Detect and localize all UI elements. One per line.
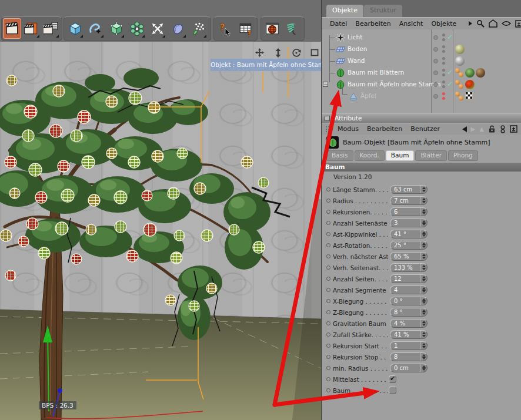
layer-dot[interactable] xyxy=(433,35,438,40)
zufall-staerke-field[interactable]: 41 % xyxy=(390,330,428,339)
z-axis-arrow[interactable] xyxy=(58,388,62,393)
spinner[interactable] xyxy=(420,320,427,327)
add-spline-button[interactable] xyxy=(86,18,105,39)
spinner[interactable] xyxy=(420,275,427,283)
visibility-dots[interactable] xyxy=(442,33,446,42)
enabled-check[interactable]: ✓ xyxy=(447,68,453,76)
section-header-baum[interactable]: Baum xyxy=(322,163,521,172)
min-radius-field[interactable]: 0 cm xyxy=(390,364,428,372)
spinner[interactable] xyxy=(420,253,427,260)
baum-checkbox[interactable] xyxy=(389,387,396,394)
material-sphere-apple[interactable] xyxy=(465,80,475,89)
laenge-stamm-field[interactable]: 63 cm xyxy=(390,185,428,194)
content-browser-button[interactable]: ? xyxy=(236,18,255,39)
menu-modus[interactable]: Modus xyxy=(338,125,359,133)
tab-basis[interactable]: Basis xyxy=(326,150,353,161)
tab-struktur[interactable]: Struktur xyxy=(364,5,402,17)
maximize-icon[interactable] xyxy=(309,48,319,58)
material-sphere-bark[interactable] xyxy=(476,68,485,78)
menu-datei[interactable]: Datei xyxy=(330,20,347,28)
verh-seitenast-field[interactable]: 133 % xyxy=(390,263,428,272)
phong-tag[interactable] xyxy=(455,80,464,89)
visibility-dots-off[interactable] xyxy=(442,92,446,100)
enabled-check[interactable]: ✓ xyxy=(447,80,453,88)
rekursion-start-field[interactable]: 1 xyxy=(390,341,428,350)
anzahl-seiten-field[interactable]: 12 xyxy=(390,274,428,283)
add-bone-deformer-button[interactable] xyxy=(169,18,187,39)
online-globe-button[interactable] xyxy=(263,18,281,39)
hair-module-button[interactable] xyxy=(283,18,302,39)
viewport-3d[interactable]: Objekt : Baum mit Äpfeln ohne Stamm BPS … xyxy=(0,42,321,420)
object-row-baum-mit-aepfeln[interactable]: − Baum mit Äpfeln ohne Stamm ✓ xyxy=(322,79,521,90)
visibility-dots[interactable] xyxy=(442,57,446,65)
object-row-boden[interactable]: Boden xyxy=(322,43,521,55)
enabled-check[interactable]: ✓ xyxy=(447,33,453,41)
add-icon[interactable] xyxy=(510,125,517,133)
anzahl-segmente-field[interactable]: 4 xyxy=(390,285,428,294)
spinner[interactable] xyxy=(420,197,427,204)
object-name[interactable]: Baum mit Blättern xyxy=(348,69,405,76)
visibility-dots[interactable] xyxy=(442,69,446,77)
checker-tag[interactable] xyxy=(465,92,473,101)
zoom-icon[interactable] xyxy=(273,48,283,58)
eye-icon[interactable] xyxy=(502,21,511,26)
verh-naechster-ast-field[interactable]: 65 % xyxy=(390,252,428,261)
context-help-button[interactable]: ? xyxy=(216,18,234,39)
object-row-wand[interactable]: Wand xyxy=(322,55,521,67)
ast-kippwinkel-field[interactable]: 41 ° xyxy=(390,230,428,238)
history-icon[interactable] xyxy=(500,125,506,133)
add-nurbs-button[interactable] xyxy=(107,18,125,39)
object-row-aepfel[interactable]: Äpfel xyxy=(322,90,521,102)
object-name[interactable]: Baum mit Äpfeln ohne Stamm xyxy=(348,80,441,88)
material-sphere-gray[interactable] xyxy=(455,56,465,66)
collapse-expander[interactable]: − xyxy=(323,82,328,87)
object-row-baum-mit-blaettern[interactable]: Baum mit Blättern ✓ xyxy=(322,67,521,79)
rekursion-stop-field[interactable]: 8 xyxy=(390,352,428,361)
object-row-licht[interactable]: Licht ✓ xyxy=(322,32,521,43)
add-primitive-cube-button[interactable] xyxy=(66,18,84,39)
spinner[interactable] xyxy=(420,331,427,338)
spinner[interactable] xyxy=(420,186,427,193)
tab-blaetter[interactable]: Blätter xyxy=(415,150,447,161)
spinner[interactable] xyxy=(420,264,427,271)
spinner[interactable] xyxy=(420,353,427,361)
spinner[interactable] xyxy=(420,364,427,372)
spinner[interactable] xyxy=(420,286,427,294)
home-icon[interactable] xyxy=(489,19,497,28)
render-settings-button[interactable] xyxy=(42,18,60,39)
lock-icon[interactable] xyxy=(488,125,496,133)
panel-gadget-icon[interactable] xyxy=(325,116,330,121)
layer-dot[interactable] xyxy=(433,94,438,99)
forward-arrow-icon[interactable]: ▶ xyxy=(471,126,476,132)
spinner[interactable] xyxy=(420,241,427,249)
layer-dot[interactable] xyxy=(433,70,438,75)
pan-icon[interactable] xyxy=(255,48,265,58)
spinner[interactable] xyxy=(420,219,427,227)
spinner[interactable] xyxy=(420,208,427,216)
add-deformer-arrows-button[interactable] xyxy=(148,18,166,39)
object-name[interactable]: Äpfel xyxy=(360,92,376,99)
phong-tag[interactable] xyxy=(455,92,464,101)
anzahl-seitenaeste-field[interactable]: 3 xyxy=(390,219,428,227)
object-name[interactable]: Wand xyxy=(348,57,365,64)
overflow-arrow-icon[interactable] xyxy=(469,21,472,26)
menu-ansicht[interactable]: Ansicht xyxy=(399,20,423,28)
rotate-icon[interactable] xyxy=(291,48,301,58)
add-icon[interactable] xyxy=(515,20,521,28)
add-particle-emitter-button[interactable] xyxy=(189,18,208,39)
phong-tag[interactable] xyxy=(455,68,464,78)
up-arrow-icon[interactable]: ▲ xyxy=(479,126,484,132)
visibility-dots[interactable] xyxy=(442,80,446,89)
mittelast-checkbox[interactable] xyxy=(389,375,396,383)
render-view-button[interactable] xyxy=(3,18,21,39)
spinner[interactable] xyxy=(420,297,427,305)
visibility-dots[interactable] xyxy=(442,45,446,53)
menu-objekte[interactable]: Objekte xyxy=(431,20,456,28)
rekursionen-field[interactable]: 6 xyxy=(390,207,428,216)
layer-dot[interactable] xyxy=(433,82,438,87)
add-modeling-object-button[interactable] xyxy=(128,18,146,39)
tab-phong[interactable]: Phong xyxy=(448,150,478,161)
tab-koord[interactable]: Koord. xyxy=(355,150,385,161)
material-sphere-olive[interactable] xyxy=(455,45,465,54)
object-name[interactable]: Boden xyxy=(348,45,367,52)
